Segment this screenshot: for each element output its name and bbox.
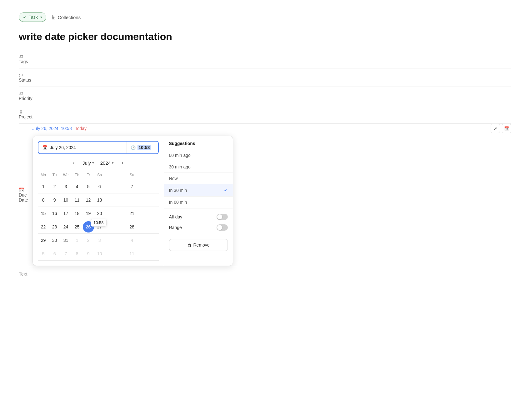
calendar-day[interactable]: 6 <box>94 181 105 192</box>
suggestion-in-30-min-label: In 30 min <box>169 188 187 193</box>
suggestion-in-30-min[interactable]: In 30 min ✓ <box>164 184 233 197</box>
project-label: 🖥 Project <box>19 105 32 124</box>
weekday-th: Th <box>72 172 83 180</box>
calendar-day[interactable]: 13 <box>94 194 105 206</box>
suggestions-side: Suggestions 60 min ago 30 min ago Now In… <box>164 136 233 266</box>
calendar-day[interactable]: 17 <box>60 208 72 219</box>
month-chevron-icon: ▾ <box>92 161 94 165</box>
text-label: Text <box>19 266 511 282</box>
calendar-day[interactable]: 28 <box>126 221 138 232</box>
cabinet-icon: 🗄 <box>51 15 56 20</box>
suggestion-60-min-ago[interactable]: 60 min ago <box>164 150 233 161</box>
suggestion-in-60-min[interactable]: In 60 min <box>164 197 233 208</box>
calendar-day[interactable]: 18 <box>72 208 83 219</box>
calendar-day[interactable]: 7 <box>60 248 72 259</box>
calendar-day[interactable]: 8 <box>38 194 49 206</box>
calendar-day[interactable]: 2610:58 <box>83 221 94 232</box>
calendar-day-cell: 12 <box>83 193 94 207</box>
calendar-day-cell: 1 <box>72 234 83 247</box>
calendar-day-cell: 4 <box>72 180 83 193</box>
calendar-day[interactable]: 29 <box>38 235 49 246</box>
calendar-day[interactable]: 2 <box>83 235 94 246</box>
calendar-day-cell: 2610:58 <box>83 220 94 234</box>
calendar-day[interactable]: 10 <box>94 248 105 259</box>
calendar-day[interactable]: 4 <box>72 181 83 192</box>
calendar-day-cell: 3 <box>94 234 105 247</box>
calendar-day[interactable]: 2 <box>49 181 60 192</box>
calendar-day-cell: 6 <box>49 247 60 261</box>
calendar-day[interactable]: 6 <box>49 248 60 259</box>
calendar-day-cell: 24 <box>60 220 72 234</box>
calendar-day[interactable]: 3 <box>60 181 72 192</box>
month-select[interactable]: July ▾ <box>81 159 96 167</box>
priority-value[interactable] <box>32 87 511 105</box>
calendar-day[interactable]: 20 <box>94 208 105 219</box>
next-month-button[interactable]: › <box>118 158 127 167</box>
year-select[interactable]: 2024 ▾ <box>98 159 116 167</box>
project-value[interactable] <box>32 105 511 124</box>
date-input[interactable]: 📅 July 26, 2024 <box>38 142 127 153</box>
calendar-day-cell: 2 <box>83 234 94 247</box>
calendar-day[interactable]: 8 <box>72 248 83 259</box>
calendar-day[interactable]: 5 <box>83 181 94 192</box>
calendar-day-cell: 17 <box>60 207 72 220</box>
calendar-day[interactable]: 23 <box>49 221 60 232</box>
calendar-day[interactable]: 9 <box>49 194 60 206</box>
calendar-day[interactable]: 15 <box>38 208 49 219</box>
range-toggle[interactable] <box>217 224 228 231</box>
time-input[interactable]: 🕐 10:58 <box>127 142 158 153</box>
calendar-day-cell: 2 <box>49 180 60 193</box>
calendar-day[interactable]: 22 <box>38 221 49 232</box>
suggestion-now[interactable]: Now <box>164 173 233 184</box>
calendar-day-cell: 28 <box>105 220 159 234</box>
task-pill[interactable]: ✓ Task ▾ <box>19 12 46 22</box>
calendar-day[interactable]: 7 <box>126 181 138 192</box>
calendar-week-row: 1234567 <box>38 180 159 193</box>
remove-button[interactable]: 🗑 Remove <box>169 239 228 251</box>
collections-text: Collections <box>58 15 81 20</box>
due-date-label: 📅 Due Date <box>19 124 32 266</box>
calendar-side: 📅 July 26, 2024 🕐 10:58 ‹ <box>33 136 164 266</box>
calendar-day[interactable]: 11 <box>126 248 138 259</box>
tags-value[interactable] <box>32 50 511 68</box>
date-picker-container: 📅 July 26, 2024 🕐 10:58 ‹ <box>32 136 511 266</box>
expand-button[interactable]: ⤢ <box>491 124 500 133</box>
calendar-day[interactable]: 12 <box>83 194 94 206</box>
calendar-day-cell: 15 <box>38 207 49 220</box>
calendar-day[interactable]: 3 <box>94 235 105 246</box>
calendar-day[interactable]: 31 <box>60 235 72 246</box>
calendar-day-cell: 8 <box>38 193 49 207</box>
calendar-day[interactable]: 4 <box>126 235 138 246</box>
calendar-day[interactable]: 5 <box>38 248 49 259</box>
calendar-day[interactable]: 11 <box>72 194 83 206</box>
project-row: 🖥 Project <box>19 105 511 124</box>
calendar-day-cell: 20 <box>94 207 105 220</box>
calendar-day-cell: 11 <box>105 247 159 261</box>
status-value[interactable] <box>32 68 511 87</box>
prev-month-button[interactable]: ‹ <box>69 158 78 167</box>
status-row: 🏷 Status <box>19 68 511 87</box>
calendar-week-row: 2930311234 <box>38 234 159 247</box>
calendar-day[interactable]: 30 <box>49 235 60 246</box>
calendar-day[interactable]: 19 <box>83 208 94 219</box>
calendar-day-cell: 3 <box>60 180 72 193</box>
all-day-toggle[interactable] <box>217 214 228 220</box>
calendar-day[interactable]: 25 <box>72 221 83 232</box>
calendar-day-cell: 5 <box>83 180 94 193</box>
calendar-day[interactable]: 24 <box>60 221 72 232</box>
calendar-day[interactable]: 10 <box>60 194 72 206</box>
calendar-week-row: 222324252610:582728 <box>38 220 159 234</box>
calendar-day-cell: 22 <box>38 220 49 234</box>
calendar-day[interactable]: 1 <box>38 181 49 192</box>
due-date-value[interactable]: July 26, 2024, 10:58 Today <box>32 126 87 131</box>
suggestion-30-min-ago[interactable]: 30 min ago <box>164 161 233 173</box>
datetime-inputs: 📅 July 26, 2024 🕐 10:58 <box>38 141 159 154</box>
calendar-day-cell: 19 <box>83 207 94 220</box>
check-circle-icon: ✓ <box>23 14 27 20</box>
calendar-day[interactable]: 1 <box>72 235 83 246</box>
calendar-action-button[interactable]: 📅 <box>502 124 511 133</box>
calendar-day[interactable]: 16 <box>49 208 60 219</box>
calendar-day[interactable]: 21 <box>126 208 138 219</box>
calendar-week-row: 567891011 <box>38 247 159 261</box>
calendar-day[interactable]: 9 <box>83 248 94 259</box>
